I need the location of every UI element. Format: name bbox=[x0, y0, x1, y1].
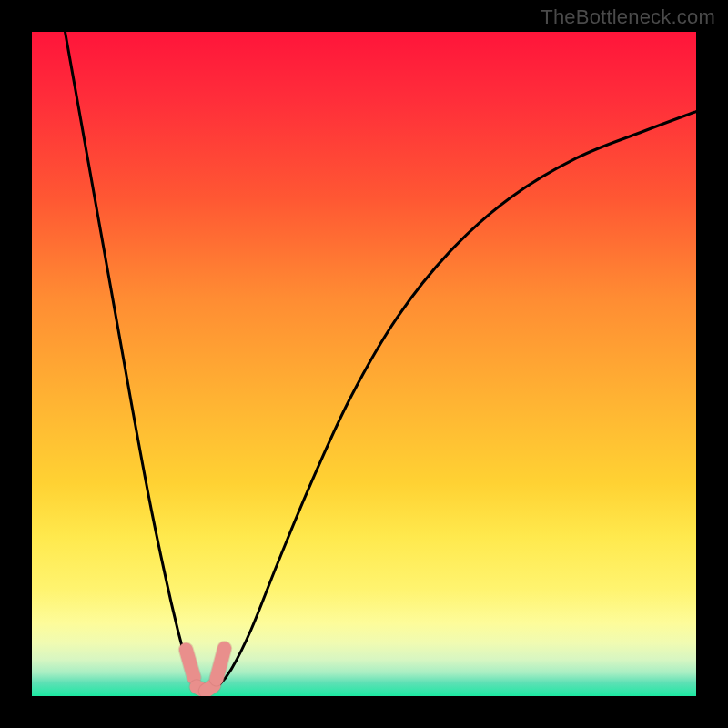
marker-capsule bbox=[186, 650, 194, 678]
watermark-text: TheBottleneck.com bbox=[541, 5, 715, 29]
chart-frame: TheBottleneck.com bbox=[0, 0, 728, 728]
plot-area bbox=[32, 32, 696, 696]
marker-capsule bbox=[206, 685, 214, 691]
curve-right bbox=[198, 112, 697, 691]
curve-layer bbox=[32, 32, 696, 696]
curve-left bbox=[66, 32, 212, 690]
minimum-markers bbox=[186, 648, 224, 691]
marker-capsule bbox=[217, 648, 225, 679]
